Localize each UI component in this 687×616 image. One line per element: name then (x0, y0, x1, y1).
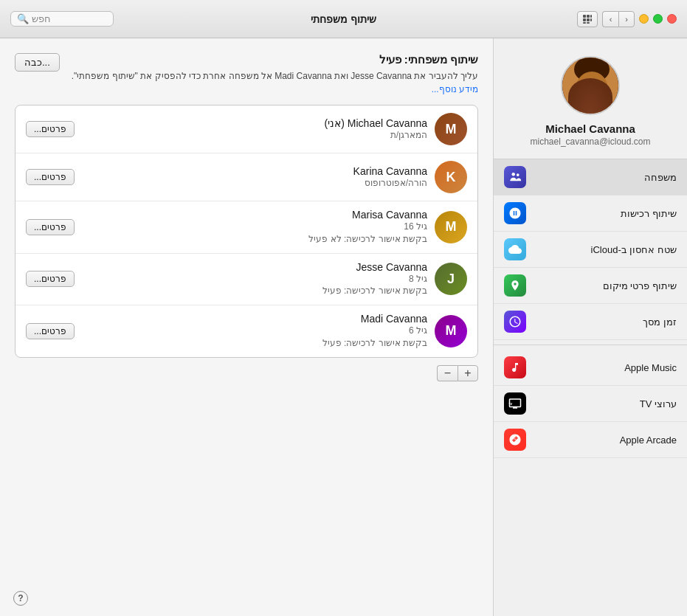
sidebar-item-arcade[interactable]: Apple Arcade (494, 422, 687, 458)
member-role: הורה/אפוטרופוס (82, 177, 427, 190)
sidebar-item-label: Apple Arcade (534, 435, 677, 446)
nav-forward-button[interactable]: › (618, 11, 635, 27)
search-icon: 🔍 (17, 13, 29, 24)
sidebar-item-label: ערוצי TV (534, 398, 677, 409)
details-button[interactable]: פרטים... (26, 169, 75, 185)
sidebar-item-label: שטח אחסון ב-iCloud (534, 244, 677, 255)
member-name: Michael Cavanna (אני) (82, 117, 427, 129)
panel-subtitle: עליך להעביר את Jesse Cavanna ואת Madi Ca… (15, 69, 478, 96)
svg-rect-0 (583, 15, 586, 18)
member-role: גיל 6בקשת אישור לרכישה: פעיל (82, 325, 427, 350)
svg-point-11 (577, 91, 607, 112)
table-row: K Karina Cavanna הורה/אפוטרופוס פרטים... (15, 153, 477, 201)
sidebar-item-family[interactable]: משפחה (494, 159, 687, 195)
profile-section: Michael Cavanna michael_cavanna@icloud.c… (494, 38, 687, 159)
details-button[interactable]: פרטים... (26, 271, 75, 287)
add-remove-buttons: − + (437, 365, 478, 381)
traffic-lights (639, 14, 677, 24)
help-section: ? (13, 591, 28, 606)
panel-header: כבה... שיתוף משפחתי: פעיל עליך להעביר את… (15, 53, 478, 96)
member-info: Jesse Cavanna גיל 8בקשת אישור לרכישה: פע… (82, 261, 427, 298)
avatar: M (435, 211, 467, 243)
avatar: M (435, 113, 467, 145)
members-list: M Michael Cavanna (אני) המארגן/ת פרטים..… (15, 105, 478, 358)
avatar (561, 56, 620, 115)
member-role: גיל 16בקשת אישור לרכישה: לא פעיל (82, 221, 427, 246)
left-panel: כבה... שיתוף משפחתי: פעיל עליך להעביר את… (0, 38, 494, 616)
member-info: Karina Cavanna הורה/אפוטרופוס (82, 165, 427, 190)
sidebar-menu: משפחה שיתוף רכישות (494, 159, 687, 616)
svg-rect-6 (583, 22, 586, 24)
apple-arcade-icon (504, 429, 526, 451)
member-info: Madi Cavanna גיל 6בקשת אישור לרכישה: פעי… (82, 313, 427, 350)
search-placeholder: חפש (32, 13, 51, 24)
purchases-icon (504, 202, 526, 224)
svg-rect-7 (587, 22, 590, 24)
maximize-button[interactable] (653, 14, 663, 24)
table-row: M Madi Cavanna גיל 6בקשת אישור לרכישה: פ… (15, 305, 477, 357)
table-row: M Marisa Cavanna גיל 16בקשת אישור לרכישה… (15, 201, 477, 254)
sidebar-item-purchases[interactable]: שיתוף רכישות (494, 195, 687, 232)
sidebar-item-label: משפחה (534, 172, 677, 183)
table-row: M Michael Cavanna (אני) המארגן/ת פרטים..… (15, 105, 477, 153)
window-title: שיתוף משפחתי (311, 13, 376, 25)
avatar: K (435, 161, 467, 193)
sidebar-item-icloud[interactable]: שטח אחסון ב-iCloud (494, 232, 687, 268)
grid-button[interactable] (577, 11, 598, 27)
sidebar-item-tv[interactable]: ערוצי TV tv (494, 386, 687, 422)
titlebar-right: ‹ › (577, 11, 677, 27)
sidebar-item-screentime[interactable]: זמן מסך (494, 304, 687, 340)
member-role: גיל 8בקשת אישור לרכישה: פעיל (82, 273, 427, 298)
remove-member-button[interactable]: − (437, 365, 458, 381)
svg-point-16 (517, 173, 519, 176)
member-role: המארגן/ת (82, 129, 427, 142)
add-remove-bar: − + (15, 358, 478, 381)
profile-photo (562, 56, 618, 115)
svg-rect-5 (590, 18, 592, 21)
svg-rect-1 (587, 15, 590, 18)
svg-point-13 (596, 82, 601, 87)
sidebar-item-label: זמן מסך (534, 316, 677, 328)
member-info: Michael Cavanna (אני) המארגן/ת (82, 117, 427, 142)
icloud-icon (504, 238, 526, 260)
nav-back-button[interactable]: ‹ (602, 11, 618, 27)
sidebar-item-label: Apple Music (534, 362, 677, 373)
member-info: Marisa Cavanna גיל 16בקשת אישור לרכישה: … (82, 209, 427, 246)
sidebar-item-label: שיתוף רכישות (534, 208, 677, 219)
main-content: כבה... שיתוף משפחתי: פעיל עליך להעביר את… (0, 38, 687, 616)
svg-point-12 (583, 82, 587, 87)
avatar: M (435, 315, 467, 347)
details-button[interactable]: פרטים... (26, 219, 75, 235)
member-name: Jesse Cavanna (82, 261, 427, 273)
right-sidebar: Michael Cavanna michael_cavanna@icloud.c… (494, 38, 687, 616)
details-button[interactable]: פרטים... (26, 121, 75, 137)
sidebar-item-location[interactable]: שיתוף פרטי מיקום (494, 268, 687, 304)
screentime-icon (504, 311, 526, 333)
svg-text:tv: tv (509, 401, 513, 406)
profile-name: Michael Cavanna (545, 122, 635, 135)
sidebar-item-label: שיתוף פרטי מיקום (534, 280, 677, 291)
search-box[interactable]: 🔍 חפש (10, 11, 114, 27)
member-name: Madi Cavanna (82, 313, 427, 325)
family-icon (504, 166, 526, 188)
svg-point-15 (512, 173, 516, 176)
titlebar-left: 🔍 חפש (10, 11, 114, 27)
svg-point-10 (576, 72, 608, 107)
member-name: Karina Cavanna (82, 165, 427, 177)
apple-tv-icon: tv (504, 392, 526, 415)
add-member-button[interactable]: + (458, 365, 478, 381)
learn-more-link[interactable]: מידע נוסף... (432, 84, 478, 94)
help-button[interactable]: ? (13, 591, 28, 606)
nav-buttons: ‹ › (602, 11, 635, 27)
panel-title: שיתוף משפחתי: פעיל (15, 53, 478, 66)
minimize-button[interactable] (639, 14, 649, 24)
member-name: Marisa Cavanna (82, 209, 427, 221)
titlebar: 🔍 חפש שיתוף משפחתי ‹ › (0, 0, 687, 38)
sidebar-item-apple-music[interactable]: Apple Music (494, 350, 687, 386)
svg-point-14 (589, 89, 595, 93)
turn-off-button[interactable]: כבה... (15, 53, 60, 72)
close-button[interactable] (667, 14, 677, 24)
sidebar-divider (494, 345, 687, 345)
apple-music-icon (504, 356, 526, 378)
details-button[interactable]: פרטים... (26, 323, 75, 339)
